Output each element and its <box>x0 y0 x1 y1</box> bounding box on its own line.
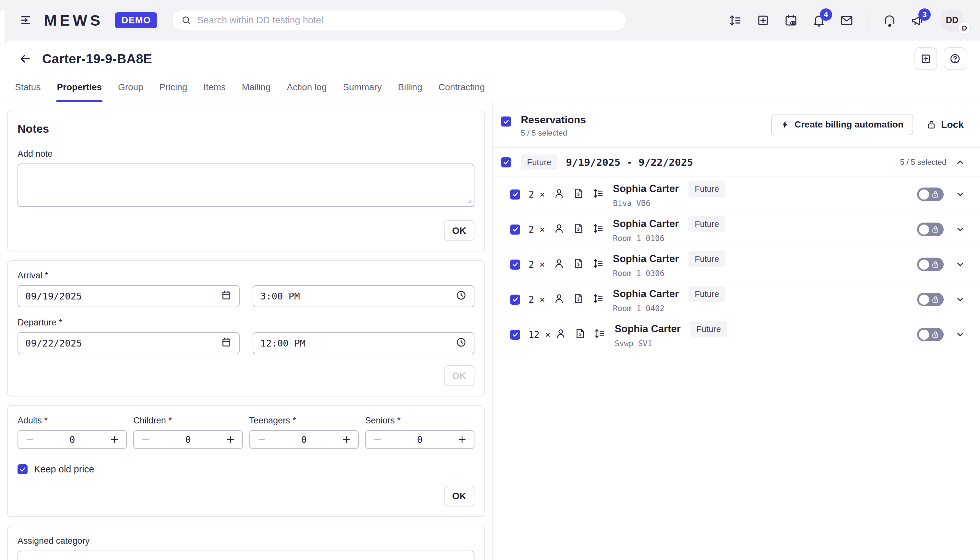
tab-items[interactable]: Items <box>203 77 226 102</box>
help-button[interactable] <box>943 47 967 70</box>
lock-toggle[interactable] <box>917 223 943 236</box>
row-checkbox[interactable] <box>510 260 520 270</box>
occupancy-ok-button[interactable]: OK <box>444 486 474 507</box>
global-search[interactable] <box>172 10 626 31</box>
minus-icon[interactable] <box>250 431 273 448</box>
add-note-textarea[interactable] <box>18 163 474 207</box>
reservation-row[interactable]: 2 × $ Sophia Carter Future Room 1 0306 <box>493 247 980 282</box>
rate-icon <box>592 188 604 202</box>
plus-icon[interactable] <box>335 431 358 448</box>
tab-properties[interactable]: Properties <box>56 77 103 102</box>
clock-icon[interactable] <box>456 337 467 350</box>
reservation-row[interactable]: 2 × $ Sophia Carter Future Biva VB6 <box>493 177 980 212</box>
chevron-down-icon[interactable] <box>955 260 965 269</box>
back-arrow-icon[interactable] <box>19 52 32 65</box>
availability-calendar-icon[interactable] <box>784 13 798 27</box>
reservations-panel: Reservations 5 / 5 selected Create billi… <box>492 102 980 560</box>
stay-ok-button[interactable]: OK <box>444 365 474 386</box>
clock-icon[interactable] <box>456 290 467 303</box>
toggle-knob <box>919 295 929 305</box>
assigned-category-label: Assigned category <box>18 536 474 546</box>
support-headset-icon[interactable] <box>883 13 896 27</box>
toggle-knob <box>919 225 929 235</box>
announcements-megaphone-icon[interactable]: 3 <box>910 13 924 27</box>
add-reservation-button[interactable] <box>915 47 937 70</box>
menu-collapse-icon[interactable] <box>20 13 33 27</box>
search-input[interactable] <box>197 15 618 26</box>
minus-icon[interactable] <box>366 431 389 448</box>
guest-name: Sophia Carter <box>613 183 679 195</box>
title-bar: Carter-19-9-BA8E <box>5 40 980 77</box>
group-checkbox[interactable] <box>501 157 511 167</box>
lock-toggle[interactable] <box>917 328 943 341</box>
row-status-badge: Future <box>688 286 725 302</box>
calendar-icon[interactable] <box>221 290 232 303</box>
chevron-up-icon[interactable] <box>955 157 965 167</box>
minus-icon[interactable] <box>18 431 42 448</box>
lock-toggle[interactable] <box>917 293 943 306</box>
topbar-divider <box>868 13 869 28</box>
chevron-down-icon[interactable] <box>955 190 965 199</box>
arrival-date-input[interactable]: 09/19/2025 <box>18 285 240 307</box>
lock-toggle[interactable] <box>917 188 943 201</box>
resize-handle-icon[interactable] <box>466 196 472 206</box>
avatar[interactable]: DD D <box>940 9 964 32</box>
screen: MEWS DEMO 4 <box>0 0 980 560</box>
notes-ok-button[interactable]: OK <box>444 220 474 241</box>
invoice-icon: $ <box>573 188 585 202</box>
row-checkbox[interactable] <box>510 190 520 200</box>
notes-card: Notes Add note OK <box>7 111 485 252</box>
plus-icon[interactable] <box>450 431 474 448</box>
tab-billing[interactable]: Billing <box>397 77 423 102</box>
row-checkbox[interactable] <box>510 295 520 305</box>
adults-label: Adults * <box>18 416 127 426</box>
tab-pricing[interactable]: Pricing <box>159 77 188 102</box>
departure-time-input[interactable]: 12:00 PM <box>252 332 475 354</box>
tab-group[interactable]: Group <box>117 77 144 102</box>
demo-badge: DEMO <box>115 12 157 28</box>
row-checkbox[interactable] <box>510 225 520 235</box>
tab-status[interactable]: Status <box>14 77 41 102</box>
guest-name: Sophia Carter <box>615 323 680 335</box>
minus-icon[interactable] <box>134 431 157 448</box>
tab-action-log[interactable]: Action log <box>286 77 327 102</box>
reservation-group-header[interactable]: Future 9/19/2025 - 9/22/2025 5 / 5 selec… <box>493 147 980 177</box>
tab-mailing[interactable]: Mailing <box>241 77 271 102</box>
tab-summary[interactable]: Summary <box>342 77 382 102</box>
night-count: 2 × <box>528 294 549 305</box>
row-checkbox[interactable] <box>510 330 520 340</box>
lock-toggle[interactable] <box>917 258 943 271</box>
chevron-down-icon[interactable] <box>955 225 965 234</box>
timeline-order-icon[interactable] <box>728 13 742 27</box>
reservation-row[interactable]: 2 × $ Sophia Carter Future Room 1 0402 <box>493 282 980 317</box>
children-value: 0 <box>157 434 219 445</box>
reservation-row[interactable]: 12 × $ Sophia Carter Future Svwp SV1 <box>493 317 980 352</box>
create-billing-automation-button[interactable]: Create billing automation <box>771 114 913 135</box>
lock-button[interactable]: Lock <box>926 119 964 130</box>
calendar-icon[interactable] <box>221 337 232 350</box>
departure-date-input[interactable]: 09/22/2025 <box>18 332 240 354</box>
chevron-down-icon[interactable] <box>955 330 965 339</box>
select-all-checkbox[interactable] <box>501 117 511 127</box>
children-label: Children * <box>133 416 243 426</box>
adults-value: 0 <box>42 434 103 445</box>
guest-name: Sophia Carter <box>613 253 679 265</box>
assigned-category-input[interactable] <box>18 551 474 560</box>
rate-icon <box>592 293 604 307</box>
mail-icon[interactable] <box>840 13 854 27</box>
create-new-icon[interactable] <box>756 13 770 27</box>
lightning-bolt-icon <box>781 120 789 129</box>
row-status-badge: Future <box>690 321 727 337</box>
reservation-row[interactable]: 2 × $ Sophia Carter Future Room 1 0106 <box>493 212 980 247</box>
keep-old-price-checkbox[interactable] <box>18 464 28 474</box>
chevron-down-icon[interactable] <box>955 295 965 304</box>
group-date-range: 9/19/2025 - 9/22/2025 <box>566 157 693 168</box>
plus-icon[interactable] <box>103 431 126 448</box>
plus-icon[interactable] <box>219 431 242 448</box>
space-name: Room 1 0106 <box>613 234 725 243</box>
notifications-bell-icon[interactable]: 4 <box>812 13 826 27</box>
space-name: Biva VB6 <box>613 199 725 208</box>
arrival-time-input[interactable]: 3:00 PM <box>252 285 475 307</box>
svg-text:$: $ <box>579 331 581 337</box>
tab-contracting[interactable]: Contracting <box>438 77 485 102</box>
